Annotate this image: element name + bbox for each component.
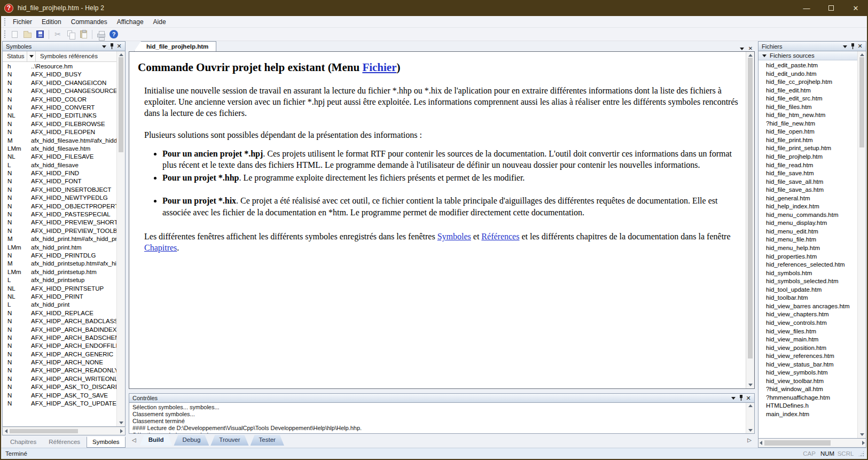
files-vertical-scrollbar[interactable] [857, 51, 866, 438]
table-row[interactable]: LMm afx_hidd_print.htm [3, 244, 116, 252]
table-row[interactable]: N AFX_HIDD_CHANGESOURCE [3, 88, 116, 96]
file-item[interactable]: hid_view_controls.htm [758, 319, 857, 328]
file-item[interactable]: hid_file_read.htm [758, 162, 857, 170]
tab-list-icon[interactable] [738, 43, 746, 51]
tabs-scroll-left-icon[interactable]: ◁ [131, 435, 138, 443]
panel-menu-icon[interactable] [841, 43, 849, 50]
table-row[interactable]: N AFX_HIDD_REPLACE [3, 310, 116, 318]
file-item[interactable]: hid_file_save.htm [758, 170, 857, 178]
dock-tab[interactable]: Références [43, 436, 86, 448]
file-item[interactable]: hid_view_chapters.htm [758, 311, 857, 319]
resize-grip-icon[interactable] [858, 450, 865, 457]
table-row[interactable]: N AFX_HIDD_NEWTYPEDLG [3, 194, 116, 202]
file-item[interactable]: hid_view_status_bar.htm [758, 361, 857, 370]
table-row[interactable]: N AFX_HIDD_PASTESPECIAL [3, 211, 116, 219]
file-item[interactable]: hid_view_barres ancrages.htm [758, 303, 857, 311]
table-row[interactable]: N AFX_HIDD_CHANGEICON [3, 80, 116, 88]
file-item[interactable]: hid_menu_help.htm [758, 245, 857, 253]
maximize-button[interactable] [819, 0, 843, 16]
file-item[interactable]: hid_menu_commands.htm [758, 212, 857, 220]
file-item[interactable]: hid_file_cc_projhelp.htm [758, 79, 857, 87]
symbols-vertical-scrollbar[interactable] [116, 51, 125, 426]
table-row[interactable]: NL AFX_HIDD_EDITLINKS [3, 112, 116, 120]
file-item[interactable]: hid_menu_edit.htm [758, 228, 857, 237]
table-row[interactable]: N AFX_HIDD_PREVIEW_TOOLBAR [3, 228, 116, 236]
minimize-button[interactable]: — [794, 0, 819, 16]
pin-icon[interactable] [108, 43, 115, 50]
file-item[interactable]: ?hmmenuaffichage.htm [758, 394, 857, 403]
table-row[interactable]: N AFX_HIDP_ASK_TO_SAVE [3, 392, 116, 400]
menu-item[interactable]: Affichage [112, 17, 148, 27]
table-row[interactable]: M afx_hidd_printsetup.htm#afx_hi [3, 260, 116, 268]
file-item[interactable]: hid_view_references.htm [758, 353, 857, 361]
close-document-icon[interactable]: ✕ [746, 43, 755, 51]
file-item[interactable]: hid_file_save_as.htm [758, 186, 857, 195]
output-vertical-scrollbar[interactable] [746, 403, 754, 433]
files-horizontal-scrollbar[interactable] [758, 439, 866, 448]
table-row[interactable]: LMm afx_hidd_printsetup.htm [3, 269, 116, 277]
paste-icon[interactable] [77, 28, 90, 40]
column-status[interactable]: Status [3, 51, 27, 61]
file-item[interactable]: hid_symbols.htm [758, 270, 857, 278]
table-row[interactable]: NL AFX_HIDD_PRINTSETUP [3, 285, 116, 293]
menu-grip[interactable] [4, 18, 6, 26]
table-row[interactable]: N AFX_HIDD_PREVIEW_SHORTTOO [3, 219, 116, 227]
table-row[interactable]: M afx_hidd_filesave.htm#afx_hidd_f [3, 137, 116, 145]
table-row[interactable]: N AFX_HIDP_ARCH_GENERIC [3, 351, 116, 359]
table-row[interactable]: L afx_hidd_filesave [3, 162, 116, 170]
file-item[interactable]: ?hid_window_all.htm [758, 386, 857, 394]
save-icon[interactable] [34, 28, 46, 40]
file-item[interactable]: hid_tool_update.htm [758, 286, 857, 295]
menu-item[interactable]: Aide [148, 17, 171, 27]
close-panel-icon[interactable]: ✕ [745, 395, 752, 401]
file-item[interactable]: hid_file_projhelp.htm [758, 153, 857, 162]
menu-item[interactable]: Fichier [8, 17, 37, 27]
table-row[interactable]: N AFX_HIDD_INSERTOBJECT [3, 186, 116, 194]
dock-tab[interactable]: Chapitres [4, 436, 42, 448]
file-item[interactable]: hid_references_selected.htm [758, 261, 857, 270]
copy-icon[interactable] [64, 28, 77, 40]
table-row[interactable]: M afx_hidd_print.htm#afx_hidd_pr [3, 236, 116, 244]
table-row[interactable]: LMm afx_hidd_filesave.htm [3, 145, 116, 153]
table-row[interactable]: N AFX_HIDP_ARCH_BADCLASS [3, 318, 116, 326]
file-item[interactable]: hid_file_save_all.htm [758, 178, 857, 187]
file-item[interactable]: hid_edit_undo.htm [758, 71, 857, 79]
cut-icon[interactable]: ✂ [51, 28, 64, 40]
file-item[interactable]: hid_menu_display.htm [758, 220, 857, 228]
table-row[interactable]: N AFX_HIDD_BUSY [3, 71, 116, 79]
toolbar-grip[interactable] [4, 30, 6, 39]
pin-icon[interactable] [849, 43, 856, 50]
output-tab[interactable]: Tester [251, 435, 284, 446]
file-item[interactable]: hid_properties.htm [758, 253, 857, 262]
file-item[interactable]: HTMLDefines.h [758, 402, 857, 411]
table-row[interactable]: N AFX_HIDP_ARCH_BADSCHEMA [3, 334, 116, 342]
table-row[interactable]: N AFX_HIDP_ASK_TO_UPDATE [3, 400, 116, 408]
file-item[interactable]: hid_file_print.htm [758, 137, 857, 145]
table-row[interactable]: N AFX_HIDP_ARCH_NONE [3, 359, 116, 367]
print-icon[interactable] [95, 28, 107, 40]
file-item[interactable]: hid_file_htm_new.htm [758, 112, 857, 120]
file-item[interactable]: hid_view_symbols.htm [758, 369, 857, 378]
file-item[interactable]: main_index.htm [758, 411, 857, 419]
file-item[interactable]: hid_file_files.htm [758, 104, 857, 112]
file-item[interactable]: hid_view_toolbar.htm [758, 378, 857, 386]
table-row[interactable]: h ..\Resource.hm [3, 63, 116, 71]
menu-item[interactable]: Commandes [66, 17, 112, 27]
table-row[interactable]: NL AFX_HIDD_FILESAVE [3, 153, 116, 161]
file-item[interactable]: hid_general.htm [758, 195, 857, 204]
close-panel-icon[interactable]: ✕ [856, 43, 864, 49]
table-row[interactable]: N AFX_HIDD_COLOR [3, 96, 116, 104]
document-vertical-scrollbar[interactable] [746, 52, 754, 388]
table-row[interactable]: N AFX_HIDP_ARCH_BADINDEX [3, 326, 116, 334]
file-item[interactable]: hid_view_files.htm [758, 328, 857, 337]
file-item[interactable]: ?hid_file_new.htm [758, 120, 857, 129]
output-tab[interactable]: Build [140, 435, 173, 446]
table-row[interactable]: N AFX_HIDD_FILEOPEN [3, 129, 116, 137]
help-icon[interactable]: ? [107, 28, 120, 40]
files-group-header[interactable]: Fichiers sources [758, 51, 857, 60]
file-item[interactable]: hid_view_position.htm [758, 345, 857, 353]
status-filter-icon[interactable] [27, 51, 36, 61]
close-panel-icon[interactable]: ✕ [115, 43, 123, 49]
tabs-scroll-right-icon[interactable]: ▷ [746, 435, 754, 443]
table-row[interactable]: NL AFX_HIDD_PRINT [3, 293, 116, 301]
